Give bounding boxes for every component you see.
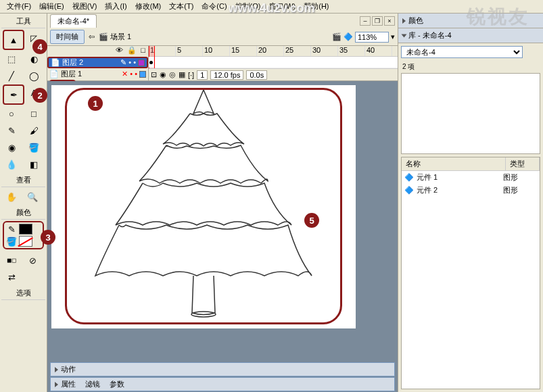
menu-text[interactable]: 文本(T): [165, 0, 197, 13]
scene-icon: 🎬: [99, 32, 108, 41]
library-list: 名称 类型 🔷元件 1图形 🔷元件 2图形: [401, 157, 540, 389]
menu-file[interactable]: 文件(F): [3, 0, 35, 13]
frames-area[interactable]: 1510152025303540 ⊡ ◉ ◎ ▦ [·] 1 12.0 fps …: [149, 46, 398, 80]
doc-min-icon[interactable]: –: [360, 16, 371, 26]
expand-icon: [402, 18, 406, 24]
library-item-count: 2 项: [398, 61, 543, 73]
tools-panel: 工具 ▲ ◸ ⬚ ◐ ╱ ◯ ✒ A ○ □ ✎ 🖌 ◉ 🪣 💧 ◧ 查看 ✋ …: [0, 14, 47, 392]
lock-icon[interactable]: 🔒: [127, 46, 137, 57]
bottom-panels: 动作 属性 滤镜 参数: [47, 362, 398, 392]
pen-tool[interactable]: ✒: [5, 87, 22, 103]
options-title: 选项: [1, 287, 45, 300]
layer-1[interactable]: 📄图层 1✕ • •: [47, 68, 148, 80]
document-tabs: 未命名-4* – ❐ ×: [47, 14, 398, 28]
onion-marker-icon[interactable]: [·]: [188, 71, 194, 79]
menu-view[interactable]: 视图(V): [68, 0, 101, 13]
hand-tool[interactable]: ✋: [3, 189, 20, 205]
timeline-panel: 👁🔒□ 📄图层 2✎ • • 📄图层 1✕ • • + ⊕ 📁 🗑 151015…: [47, 46, 398, 81]
tools-title: 工具: [1, 15, 45, 28]
doc-tab-active[interactable]: 未命名-4*: [50, 14, 97, 28]
color-controls: ✎ 🪣: [3, 221, 44, 249]
edit-multi-icon[interactable]: ▦: [179, 70, 185, 79]
layer-icon: 📄: [51, 58, 60, 67]
center-frame-icon[interactable]: ⊡: [151, 70, 157, 79]
callout-2: 2: [32, 88, 47, 103]
selection-tool[interactable]: ▲: [5, 32, 22, 48]
col-name[interactable]: 名称: [402, 157, 506, 170]
timeline-toggle[interactable]: 时间轴: [50, 30, 85, 44]
callout-3: 3: [41, 230, 55, 245]
expand-icon: [55, 367, 58, 372]
menu-window[interactable]: 窗口(W): [265, 0, 300, 13]
graphic-icon: 🔷: [404, 186, 414, 195]
stage[interactable]: [51, 85, 356, 328]
callout-4: 4: [32, 39, 47, 54]
eraser-tool[interactable]: ◧: [25, 156, 43, 172]
onion-outline-icon[interactable]: ◎: [169, 70, 176, 79]
color-title: 颜色: [1, 206, 45, 220]
zoom-dropdown-icon[interactable]: ▾: [391, 32, 395, 41]
onion-icon[interactable]: ◉: [160, 70, 166, 79]
library-item[interactable]: 🔷元件 2图形: [402, 184, 540, 197]
zoom-tool[interactable]: 🔍: [24, 189, 41, 205]
tab-filters[interactable]: 滤镜: [85, 379, 100, 389]
library-doc-select[interactable]: 未命名-4: [401, 46, 523, 58]
stroke-color-icon[interactable]: ✎: [5, 224, 18, 235]
right-panels: 颜色 库 - 未命名-4 未命名-4 2 项 名称 类型 🔷元件 1图形 🔷元件…: [398, 14, 543, 392]
tree-drawing: [92, 90, 315, 326]
library-item[interactable]: 🔷元件 1图形: [402, 171, 540, 184]
frame-ruler: 1510152025303540: [149, 46, 398, 57]
elapsed-time: 0.0s: [246, 70, 267, 80]
menu-insert[interactable]: 插入(I): [101, 0, 131, 13]
col-type[interactable]: 类型: [506, 157, 540, 170]
zoom-input[interactable]: [355, 32, 389, 43]
free-transform-tool[interactable]: ⬚: [3, 51, 20, 67]
callout-1: 1: [88, 96, 103, 111]
eyedropper-tool[interactable]: 💧: [3, 156, 20, 172]
oval-tool[interactable]: ○: [3, 105, 20, 122]
menu-control[interactable]: 控制(O): [231, 0, 265, 13]
menu-bar: 文件(F) 编辑(E) 视图(V) 插入(I) 修改(M) 文本(T) 命令(C…: [0, 0, 543, 14]
paint-bucket-tool[interactable]: 🪣: [25, 139, 43, 155]
stroke-swatch[interactable]: [19, 224, 32, 235]
library-preview: [401, 73, 540, 154]
scene-label[interactable]: 🎬场景 1: [99, 32, 131, 42]
line-tool[interactable]: ╱: [3, 68, 20, 84]
bw-tool[interactable]: ◼◻: [3, 252, 20, 268]
callout-5: 5: [304, 213, 319, 228]
frame-status: ⊡ ◉ ◎ ▦ [·] 1 12.0 fps 0.0s: [149, 68, 398, 80]
noclr-tool[interactable]: ⊘: [24, 252, 41, 268]
outline-icon[interactable]: □: [141, 46, 145, 57]
actions-panel-header[interactable]: 动作: [50, 362, 395, 376]
expand-icon: [55, 382, 58, 387]
menu-help[interactable]: 帮助(H): [300, 0, 333, 13]
layer-icon: 📄: [49, 70, 59, 78]
fill-color-icon[interactable]: 🪣: [5, 236, 18, 247]
layers-panel: 👁🔒□ 📄图层 2✎ • • 📄图层 1✕ • • + ⊕ 📁 🗑: [47, 46, 149, 80]
lasso-tool[interactable]: ◯: [25, 68, 43, 84]
edit-symbol-icon[interactable]: 🔷: [344, 32, 353, 41]
brush-tool[interactable]: 🖌: [25, 122, 43, 139]
current-frame: 1: [197, 70, 208, 80]
doc-close-icon[interactable]: ×: [384, 16, 395, 26]
properties-panel-header[interactable]: 属性 滤镜 参数: [50, 377, 395, 391]
tab-params[interactable]: 参数: [110, 379, 124, 389]
edit-scene-icon[interactable]: 🎬: [332, 32, 341, 41]
back-icon[interactable]: ⇦: [89, 32, 95, 41]
swap-tool[interactable]: ⇄: [3, 269, 20, 285]
color-panel-header[interactable]: 颜色: [398, 14, 543, 28]
pencil-tool[interactable]: ✎: [3, 122, 20, 139]
menu-modify[interactable]: 修改(M): [131, 0, 166, 13]
menu-edit[interactable]: 编辑(E): [35, 0, 68, 13]
library-panel-header[interactable]: 库 - 未命名-4: [398, 28, 543, 43]
doc-restore-icon[interactable]: ❐: [372, 16, 383, 26]
ink-tool[interactable]: ◉: [3, 139, 20, 155]
edit-bar: 时间轴 ⇦ 🎬场景 1 🎬 🔷 ▾: [47, 28, 398, 46]
menu-commands[interactable]: 命令(C): [197, 0, 231, 13]
stage-wrap: [47, 81, 398, 362]
rect-tool[interactable]: □: [25, 105, 43, 122]
eye-icon[interactable]: 👁: [116, 46, 123, 57]
fill-swatch[interactable]: [19, 236, 32, 247]
layer-2[interactable]: 📄图层 2✎ • •: [47, 57, 148, 68]
graphic-icon: 🔷: [404, 173, 414, 182]
